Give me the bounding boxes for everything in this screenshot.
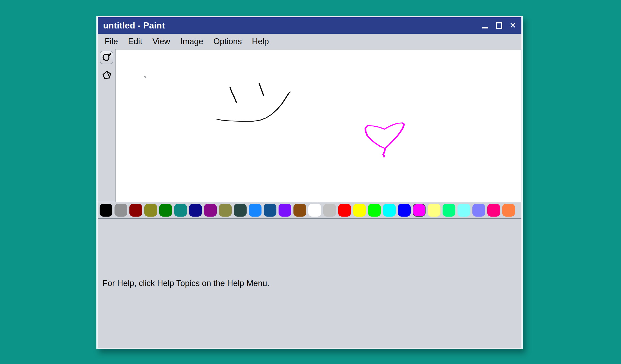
stroke-right-eye [259, 83, 264, 96]
color-swatch-8080ff[interactable] [472, 204, 485, 217]
canvas-drawing [116, 49, 521, 202]
color-swatch-0e8a85[interactable] [174, 204, 187, 217]
window-controls: ✕ [481, 22, 521, 29]
desktop: { "desktop": { "background_color": "#0d9… [0, 0, 621, 364]
menu-bar: FileEditViewImageOptionsHelp [98, 34, 521, 49]
color-swatch-ff8040[interactable] [502, 204, 515, 217]
color-swatch-8a0a8a[interactable] [204, 204, 217, 217]
eraser-tool-button[interactable] [100, 68, 113, 82]
main-area [98, 49, 521, 202]
color-swatch-ff00ff[interactable] [413, 204, 426, 217]
menu-item-edit[interactable]: Edit [127, 36, 143, 47]
color-swatch-ffff80[interactable] [428, 204, 440, 217]
color-swatch-ff0080[interactable] [487, 204, 500, 217]
close-icon: ✕ [509, 22, 516, 30]
status-bar: For Help, click Help Topics on the Help … [98, 218, 521, 348]
color-swatch-ffff00[interactable] [353, 204, 366, 217]
color-swatch-8b0000[interactable] [129, 204, 142, 217]
color-swatch-c0c0c0[interactable] [323, 204, 336, 217]
stroke-heart-tail [383, 148, 385, 157]
color-palette [98, 202, 521, 218]
color-swatch-8f9193[interactable] [115, 204, 127, 217]
color-swatch-0a0a8a[interactable] [189, 204, 202, 217]
minimize-icon [482, 27, 488, 28]
menu-item-help[interactable]: Help [251, 36, 270, 47]
menu-item-options[interactable]: Options [212, 36, 243, 47]
menu-item-file[interactable]: File [104, 36, 119, 47]
color-swatch-294744[interactable] [234, 204, 247, 217]
drawing-canvas[interactable] [115, 49, 521, 202]
color-swatch-00ff00[interactable] [368, 204, 381, 217]
color-swatch-80ffff[interactable] [457, 204, 470, 217]
color-swatch-00ffff[interactable] [383, 204, 396, 217]
maximize-button[interactable] [495, 22, 503, 29]
stroke-heart-outline [365, 123, 404, 148]
minimize-button[interactable] [481, 22, 489, 29]
stroke-left-eye [230, 87, 236, 102]
window-title: untitled - Paint [98, 20, 165, 31]
pencil-icon [101, 52, 112, 63]
color-swatch-1787ff[interactable] [249, 204, 262, 217]
status-message: For Help, click Help Topics on the Help … [98, 279, 269, 288]
stroke-stray-dot [145, 77, 146, 77]
color-swatch-11528f[interactable] [264, 204, 276, 217]
menu-item-image[interactable]: Image [179, 36, 204, 47]
color-swatch-000000[interactable] [100, 204, 112, 217]
color-swatch-ffffff[interactable] [308, 204, 321, 217]
color-swatch-8a8a45[interactable] [219, 204, 232, 217]
color-swatch-0000ff[interactable] [398, 204, 411, 217]
color-swatch-ff0000[interactable] [338, 204, 351, 217]
menu-item-view[interactable]: View [151, 36, 171, 47]
color-swatch-00ff80[interactable] [443, 204, 455, 217]
color-swatch-8a8a20[interactable] [144, 204, 157, 217]
color-swatch-7d10fc[interactable] [279, 204, 291, 217]
titlebar[interactable]: untitled - Paint ✕ [98, 17, 521, 34]
color-swatch-8a4d0f[interactable] [293, 204, 306, 217]
color-swatch-008000[interactable] [159, 204, 172, 217]
eraser-icon [101, 70, 112, 80]
pencil-tool-button[interactable] [100, 51, 113, 64]
close-button[interactable]: ✕ [509, 22, 517, 29]
tool-box [98, 49, 115, 202]
stroke-smile [216, 92, 290, 122]
maximize-icon [496, 22, 502, 29]
paint-window: untitled - Paint ✕ FileEditViewImageOpti… [96, 16, 523, 349]
